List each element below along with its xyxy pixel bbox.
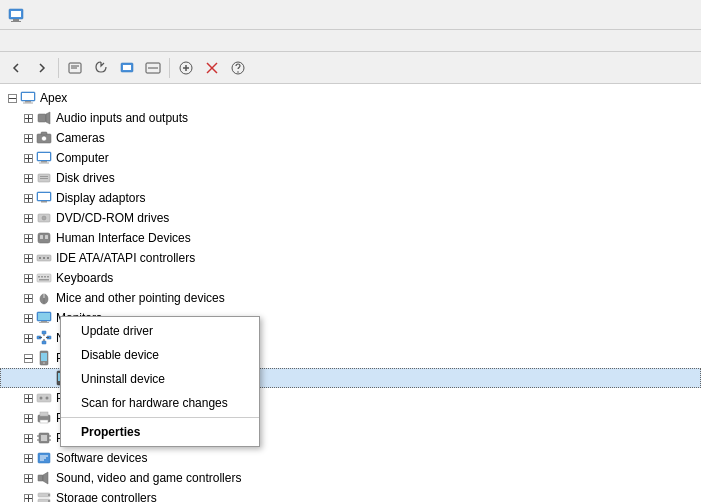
menu-bar xyxy=(0,30,701,52)
svg-point-117 xyxy=(40,397,43,400)
tree-item-apex[interactable]: Apex xyxy=(0,88,701,108)
svg-rect-108 xyxy=(41,353,47,361)
expand-icon-print[interactable] xyxy=(20,410,36,426)
svg-rect-21 xyxy=(22,93,34,100)
menu-action[interactable] xyxy=(20,39,36,43)
expand-icon-dvd[interactable] xyxy=(20,210,36,226)
svg-rect-93 xyxy=(39,322,49,323)
toolbar-update-button[interactable] xyxy=(89,56,113,80)
toolbar-scan-button[interactable] xyxy=(141,56,165,80)
svg-rect-78 xyxy=(44,276,46,278)
svg-rect-71 xyxy=(47,257,49,259)
expand-icon-apex[interactable] xyxy=(4,90,20,106)
expand-icon-cameras[interactable] xyxy=(20,130,36,146)
context-menu-item-disable[interactable]: Disable device xyxy=(61,343,259,367)
expand-icon-network[interactable] xyxy=(20,330,36,346)
expand-icon-display[interactable] xyxy=(20,190,36,206)
tree-item-dvd[interactable]: DVD/CD-ROM drives xyxy=(0,208,701,228)
tree-item-storage[interactable]: Storage controllers xyxy=(0,488,701,502)
svg-point-151 xyxy=(48,494,50,496)
expand-icon-sound[interactable] xyxy=(20,470,36,486)
menu-view[interactable] xyxy=(36,39,52,43)
item-icon-audio xyxy=(36,110,52,126)
item-label-audio: Audio inputs and outputs xyxy=(56,111,188,125)
svg-rect-76 xyxy=(38,276,40,278)
expand-icon-mice[interactable] xyxy=(20,290,36,306)
expand-icon-computer[interactable] xyxy=(20,150,36,166)
toolbar-add-button[interactable] xyxy=(174,56,198,80)
expand-icon-disk[interactable] xyxy=(20,170,36,186)
context-menu-item-uninstall[interactable]: Uninstall device xyxy=(61,367,259,391)
svg-rect-124 xyxy=(40,420,48,423)
tree-item-soft[interactable]: Software devices xyxy=(0,448,701,468)
svg-rect-27 xyxy=(38,114,46,122)
svg-rect-22 xyxy=(25,101,31,103)
toolbar-properties-button[interactable] xyxy=(63,56,87,80)
tree-item-cameras[interactable]: Cameras xyxy=(0,128,701,148)
svg-rect-23 xyxy=(23,103,33,104)
svg-rect-123 xyxy=(40,412,48,416)
expand-icon-keyboards[interactable] xyxy=(20,270,36,286)
context-menu-item-properties[interactable]: Properties xyxy=(61,420,259,444)
tree-item-keyboards[interactable]: Keyboards xyxy=(0,268,701,288)
item-label-disk: Disk drives xyxy=(56,171,115,185)
expand-icon-soft[interactable] xyxy=(20,450,36,466)
svg-rect-8 xyxy=(123,65,131,70)
toolbar-forward-button[interactable] xyxy=(30,56,54,80)
svg-point-58 xyxy=(42,216,46,220)
item-icon-monitors xyxy=(36,310,52,326)
tree-item-disk[interactable]: Disk drives xyxy=(0,168,701,188)
svg-rect-53 xyxy=(41,201,47,203)
expand-icon-ide[interactable] xyxy=(20,250,36,266)
svg-point-17 xyxy=(237,71,239,73)
tree-item-sound[interactable]: Sound, video and game controllers xyxy=(0,468,701,488)
item-label-sound: Sound, video and game controllers xyxy=(56,471,241,485)
toolbar-help-button[interactable] xyxy=(226,56,250,80)
expand-icon-ports[interactable] xyxy=(20,390,36,406)
toolbar-sep-2 xyxy=(169,58,170,78)
expand-icon-portable[interactable] xyxy=(20,350,36,366)
svg-rect-41 xyxy=(39,163,49,164)
expand-icon-hid[interactable] xyxy=(20,230,36,246)
svg-rect-46 xyxy=(40,176,48,177)
tree-item-ide[interactable]: IDE ATA/ATAPI controllers xyxy=(0,248,701,268)
item-icon-proc xyxy=(36,430,52,446)
item-icon-storage xyxy=(36,490,52,502)
item-label-keyboards: Keyboards xyxy=(56,271,113,285)
svg-rect-77 xyxy=(41,276,43,278)
toolbar-uninstall-button[interactable] xyxy=(115,56,139,80)
svg-rect-2 xyxy=(13,19,19,21)
expand-icon-audio[interactable] xyxy=(20,110,36,126)
svg-rect-40 xyxy=(41,161,47,163)
expand-icon-proc[interactable] xyxy=(20,430,36,446)
context-menu-item-scan[interactable]: Scan for hardware changes xyxy=(61,391,259,415)
tree-item-hid[interactable]: Human Interface Devices xyxy=(0,228,701,248)
toolbar-remove-button[interactable] xyxy=(200,56,224,80)
item-icon-network xyxy=(36,330,52,346)
menu-help[interactable] xyxy=(52,39,68,43)
svg-rect-62 xyxy=(38,233,50,243)
tree-item-computer[interactable]: Computer xyxy=(0,148,701,168)
svg-rect-92 xyxy=(41,321,47,322)
item-icon-cameras xyxy=(36,130,52,146)
tree-item-audio[interactable]: Audio inputs and outputs xyxy=(0,108,701,128)
item-icon-keyboards xyxy=(36,270,52,286)
context-menu-item-update[interactable]: Update driver xyxy=(61,319,259,343)
svg-rect-1 xyxy=(11,11,21,17)
tree-item-mice[interactable]: Mice and other pointing devices xyxy=(0,288,701,308)
svg-rect-69 xyxy=(39,257,41,259)
context-menu-separator-sep1 xyxy=(61,417,259,418)
expand-icon-monitors[interactable] xyxy=(20,310,36,326)
toolbar-back-button[interactable] xyxy=(4,56,28,80)
menu-file[interactable] xyxy=(4,39,20,43)
item-icon-display xyxy=(36,190,52,206)
item-label-hid: Human Interface Devices xyxy=(56,231,191,245)
expand-icon-storage[interactable] xyxy=(20,490,36,502)
item-label-display: Display adaptors xyxy=(56,191,145,205)
tree-item-display[interactable]: Display adaptors xyxy=(0,188,701,208)
svg-rect-116 xyxy=(37,394,51,402)
svg-marker-145 xyxy=(43,472,48,484)
item-icon-print xyxy=(36,410,52,426)
item-icon-disk xyxy=(36,170,52,186)
svg-marker-28 xyxy=(46,112,50,124)
